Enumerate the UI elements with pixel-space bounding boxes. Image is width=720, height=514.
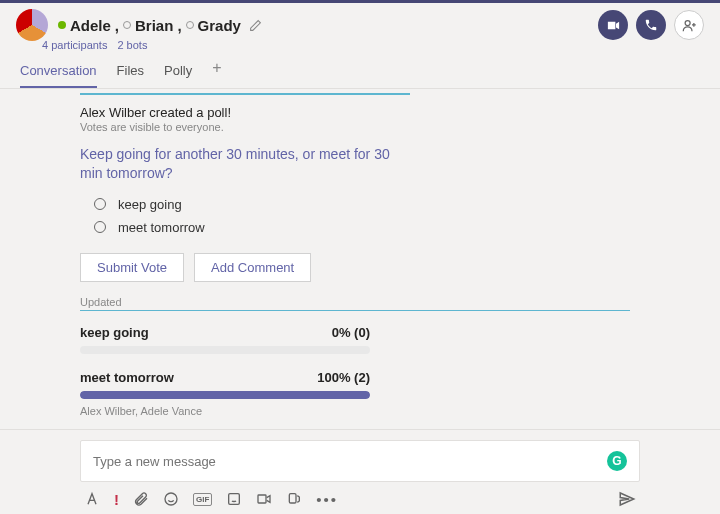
gif-icon[interactable]: GIF [193,493,212,506]
tab-polly[interactable]: Polly [164,59,192,88]
emoji-icon[interactable] [163,491,179,507]
tab-bar: Conversation Files Polly + [0,51,720,89]
video-call-button[interactable] [598,10,628,40]
submit-vote-button[interactable]: Submit Vote [80,253,184,282]
svg-rect-4 [290,494,297,503]
message-input[interactable] [93,454,607,469]
compose-toolbar: ! GIF ••• [80,482,640,508]
result-bar [80,346,370,354]
priority-icon[interactable]: ! [114,491,119,508]
participant-name: Adele [70,17,111,34]
compose-area: G ! GIF ••• [0,429,720,514]
poll-option[interactable]: keep going [94,197,410,212]
result-label: keep going [80,325,149,340]
bots-link[interactable]: 2 bots [117,39,147,51]
svg-rect-2 [229,494,240,505]
chat-title: Adele, Brian, Grady [58,17,262,34]
svg-point-0 [685,20,690,25]
radio-icon[interactable] [94,198,106,210]
message-input-box[interactable]: G [80,440,640,482]
format-icon[interactable] [84,491,100,507]
result-row: keep going 0% (0) [80,325,370,340]
participants-link[interactable]: 4 participants [42,39,107,51]
result-bar [80,391,370,399]
presence-offline-icon [123,21,131,29]
edit-title-icon[interactable] [249,19,262,32]
poll-option[interactable]: meet tomorrow [94,220,410,235]
presence-offline-icon [186,21,194,29]
meet-now-icon[interactable] [256,491,272,507]
poll-visibility-line: Votes are visible to everyone. [80,121,410,133]
stream-icon[interactable] [286,491,302,507]
add-people-button[interactable] [674,10,704,40]
audio-call-button[interactable] [636,10,666,40]
result-row: meet tomorrow 100% (2) [80,370,370,385]
result-bar-fill [80,391,370,399]
add-comment-button[interactable]: Add Comment [194,253,311,282]
divider [80,310,630,311]
grammarly-icon[interactable]: G [607,451,627,471]
svg-point-1 [165,493,177,505]
svg-rect-3 [258,495,266,503]
radio-icon[interactable] [94,221,106,233]
updated-label: Updated [80,296,630,308]
result-value: 0% (0) [332,325,370,340]
more-icon[interactable]: ••• [316,491,338,508]
presence-available-icon [58,21,66,29]
tab-conversation[interactable]: Conversation [20,59,97,88]
chat-subtitle: 4 participants 2 bots [42,39,720,51]
sticker-icon[interactable] [226,491,242,507]
add-tab-button[interactable]: + [212,59,221,88]
header-actions [598,10,704,40]
conversation-area: Alex Wilber created a poll! Votes are vi… [0,89,720,449]
poll-question: Keep going for another 30 minutes, or me… [80,145,410,183]
result-value: 100% (2) [317,370,370,385]
send-button[interactable] [618,490,636,508]
result-label: meet tomorrow [80,370,174,385]
tab-files[interactable]: Files [117,59,144,88]
poll-creator-line: Alex Wilber created a poll! [80,105,410,120]
poll-card: Alex Wilber created a poll! Votes are vi… [80,93,410,282]
poll-option-label: meet tomorrow [118,220,205,235]
voters-list: Alex Wilber, Adele Vance [80,405,630,417]
poll-option-label: keep going [118,197,182,212]
chat-header: Adele, Brian, Grady [0,3,720,41]
participant-name: Brian [135,17,173,34]
attach-icon[interactable] [133,491,149,507]
group-avatar [16,9,48,41]
participant-name: Grady [198,17,241,34]
